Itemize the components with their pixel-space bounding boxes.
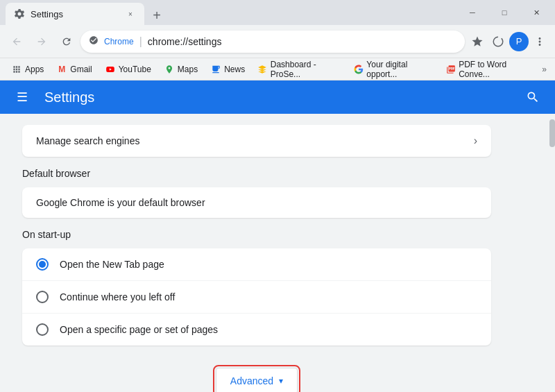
tab-title: Settings [31, 9, 119, 19]
address-url: chrome://settings [148, 36, 456, 47]
bookmark-news[interactable]: News [205, 61, 250, 78]
settings-search-button[interactable] [522, 86, 544, 108]
bookmark-maps[interactable]: Maps [158, 61, 203, 78]
reload-button[interactable] [56, 31, 78, 53]
page-content: ☰ Settings Manage search engines › Defau… [0, 80, 555, 392]
youtube-icon [105, 64, 116, 75]
google-label: Your digital opport... [366, 60, 433, 79]
chrome-labs-button[interactable] [488, 32, 508, 51]
news-label: News [224, 65, 245, 74]
address-separator: | [139, 35, 142, 48]
bookmark-gmail[interactable]: M Gmail [51, 61, 97, 78]
radio-specific-page[interactable] [36, 323, 49, 336]
pdf-label: PDF to Word Conve... [459, 60, 532, 79]
gmail-label: Gmail [70, 65, 92, 74]
manage-search-label: Manage search engines [36, 135, 474, 146]
address-chrome-label: Chrome [104, 37, 134, 46]
on-startup-label: On start-up [22, 229, 491, 240]
scrollbar-thumb[interactable] [549, 119, 555, 147]
default-browser-text: Google Chrome is your default browser [36, 197, 205, 208]
manage-search-arrow: › [474, 135, 477, 147]
advanced-button-label: Advanced [230, 375, 273, 386]
default-browser-label: Default browser [22, 168, 491, 179]
settings-page-title: Settings [44, 90, 511, 105]
bookmark-apps[interactable]: Apps [6, 61, 49, 78]
profile-avatar: P [509, 32, 529, 51]
maps-label: Maps [178, 65, 198, 74]
back-button[interactable] [6, 31, 28, 53]
menu-button[interactable] [530, 32, 549, 51]
scrollbar[interactable] [549, 114, 555, 392]
apps-icon [11, 64, 22, 75]
advanced-area: Advanced ▾ [22, 357, 491, 392]
nav-right-actions: P [468, 32, 549, 51]
on-startup-section: On start-up Open the New Tab page Contin… [22, 229, 491, 346]
startup-option-specific-page[interactable]: Open a specific page or set of pages [22, 314, 491, 346]
bookmark-star-button[interactable] [468, 32, 487, 51]
navigation-bar: Chrome | chrome://settings P [0, 25, 555, 58]
default-browser-section: Default browser Google Chrome is your de… [22, 168, 491, 218]
radio-continue[interactable] [36, 291, 49, 303]
dashboard-label: Dashboard - ProSe... [271, 60, 341, 79]
tab-strip: Settings × + [0, 0, 454, 25]
close-button[interactable]: ✕ [520, 1, 552, 24]
advanced-chevron-icon: ▾ [279, 376, 283, 386]
startup-option-new-tab[interactable]: Open the New Tab page [22, 248, 491, 281]
bookmark-pdf[interactable]: PDF to Word Conve... [441, 57, 538, 82]
tab-favicon [14, 8, 25, 19]
bookmark-google[interactable]: Your digital opport... [348, 57, 439, 82]
news-icon [210, 64, 221, 75]
youtube-label: YouTube [119, 65, 151, 74]
new-tab-button[interactable]: + [147, 6, 166, 25]
title-bar: Settings × + ─ □ ✕ [0, 0, 555, 25]
google-icon [354, 64, 364, 75]
tab-close-button[interactable]: × [125, 8, 136, 19]
profile-button[interactable]: P [509, 32, 529, 51]
forward-button[interactable] [31, 31, 53, 53]
pdf-icon [446, 64, 456, 75]
bookmarks-more-button[interactable]: » [539, 62, 549, 77]
radio-new-tab-dot [39, 261, 46, 268]
minimize-button[interactable]: ─ [456, 1, 488, 24]
gmail-icon: M [56, 64, 67, 75]
settings-content: Manage search engines › Default browser … [0, 114, 513, 392]
advanced-button[interactable]: Advanced ▾ [216, 368, 298, 392]
dashboard-icon [257, 64, 268, 75]
manage-search-row[interactable]: Manage search engines › [22, 125, 491, 157]
startup-options-card: Open the New Tab page Continue where you… [22, 248, 491, 346]
startup-specific-page-label: Open a specific page or set of pages [60, 324, 218, 335]
secure-icon [89, 35, 99, 47]
bookmark-dashboard[interactable]: Dashboard - ProSe... [252, 57, 347, 82]
maps-icon [164, 64, 175, 75]
address-bar[interactable]: Chrome | chrome://settings [80, 31, 465, 53]
maximize-button[interactable]: □ [488, 1, 520, 24]
bookmarks-bar: Apps M Gmail YouTube Maps News [0, 58, 555, 80]
default-browser-info: Google Chrome is your default browser [22, 187, 491, 218]
startup-option-continue[interactable]: Continue where you left off [22, 281, 491, 314]
settings-main-area: Manage search engines › Default browser … [0, 114, 555, 392]
startup-new-tab-label: Open the New Tab page [60, 259, 164, 270]
window-controls: ─ □ ✕ [454, 0, 555, 25]
manage-search-card: Manage search engines › [22, 125, 491, 157]
active-tab[interactable]: Settings × [6, 3, 144, 25]
hamburger-menu-button[interactable]: ☰ [11, 86, 33, 108]
bookmark-youtube[interactable]: YouTube [99, 61, 157, 78]
apps-label: Apps [25, 65, 44, 74]
radio-new-tab[interactable] [36, 258, 49, 271]
settings-header: ☰ Settings [0, 80, 555, 114]
startup-continue-label: Continue where you left off [60, 291, 175, 302]
window-frame: Settings × + ─ □ ✕ Chrome | chrome://se [0, 0, 555, 392]
